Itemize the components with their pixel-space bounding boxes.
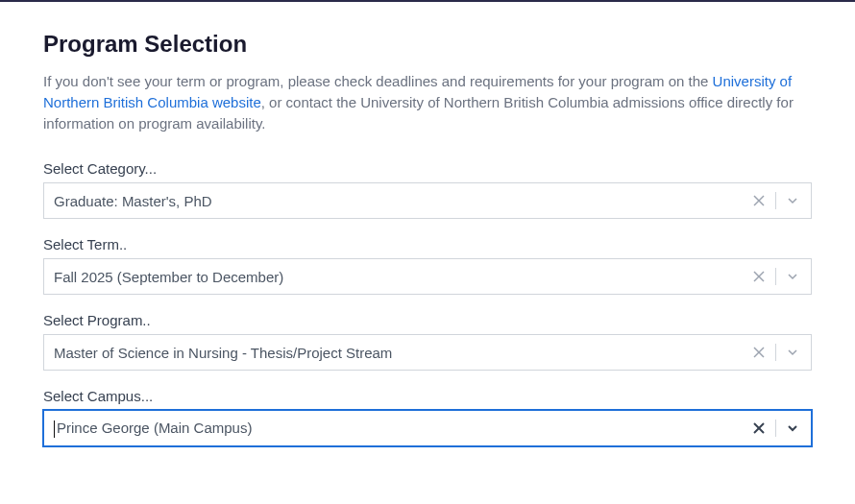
label-program: Select Program..	[43, 312, 812, 328]
chevron-down-icon[interactable]	[784, 268, 801, 285]
separator	[775, 268, 776, 285]
select-category[interactable]: Graduate: Master's, PhD	[43, 182, 812, 219]
chevron-down-icon[interactable]	[784, 192, 801, 209]
label-campus: Select Campus...	[43, 388, 812, 404]
select-campus[interactable]: Prince George (Main Campus)	[43, 410, 812, 446]
clear-icon[interactable]	[750, 192, 768, 209]
field-campus: Select Campus... Prince George (Main Cam…	[43, 388, 812, 446]
separator	[775, 420, 776, 437]
select-campus-value-text: Prince George (Main Campus)	[57, 420, 252, 436]
select-category-value: Graduate: Master's, PhD	[54, 193, 750, 209]
program-selection-panel: Program Selection If you don't see your …	[0, 2, 855, 446]
clear-icon[interactable]	[750, 268, 768, 285]
field-category: Select Category... Graduate: Master's, P…	[43, 160, 812, 219]
chevron-down-icon[interactable]	[784, 344, 801, 361]
label-term: Select Term..	[43, 236, 812, 252]
select-program-controls	[750, 344, 801, 361]
select-term[interactable]: Fall 2025 (September to December)	[43, 258, 812, 295]
select-term-controls	[750, 268, 801, 285]
clear-icon[interactable]	[750, 420, 768, 437]
text-cursor	[54, 420, 55, 438]
intro-before: If you don't see your term or program, p…	[43, 73, 713, 89]
field-program: Select Program.. Master of Science in Nu…	[43, 312, 812, 371]
select-program-value: Master of Science in Nursing - Thesis/Pr…	[54, 345, 750, 361]
clear-icon[interactable]	[750, 344, 768, 361]
select-campus-value: Prince George (Main Campus)	[54, 420, 750, 438]
intro-text: If you don't see your term or program, p…	[43, 71, 812, 133]
select-program[interactable]: Master of Science in Nursing - Thesis/Pr…	[43, 334, 812, 371]
chevron-down-icon[interactable]	[784, 420, 801, 437]
separator	[775, 192, 776, 209]
field-term: Select Term.. Fall 2025 (September to De…	[43, 236, 812, 295]
label-category: Select Category...	[43, 160, 812, 177]
select-category-controls	[750, 192, 801, 209]
separator	[775, 344, 776, 361]
page-title: Program Selection	[43, 31, 812, 58]
select-campus-controls	[750, 420, 801, 437]
select-term-value: Fall 2025 (September to December)	[54, 269, 750, 285]
